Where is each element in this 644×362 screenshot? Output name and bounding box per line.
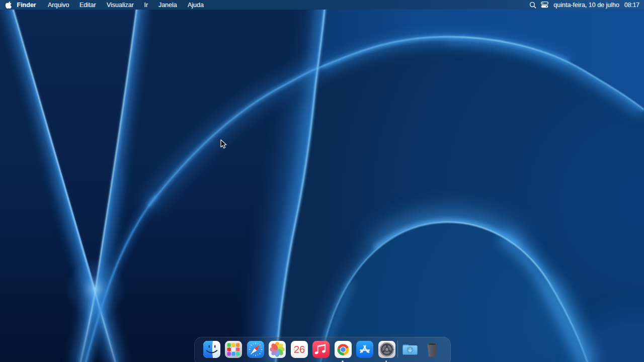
svg-text:26: 26 xyxy=(293,344,304,355)
